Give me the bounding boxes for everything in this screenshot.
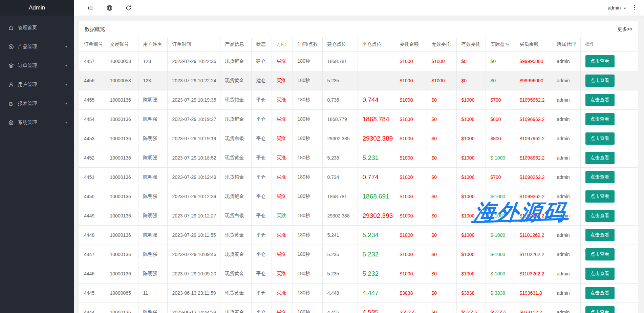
cell-agent: admin [552,52,580,71]
cell-balance: $1101262.2 [515,226,552,245]
cell-invalid-amount: $1000 [427,71,456,90]
cell-amount: $1000 [395,90,427,110]
column-header: 委托金额 [395,37,427,52]
sidebar-item-home[interactable]: 管理首页 [0,18,74,37]
cell-amount: $1000 [395,129,427,148]
cell-direction: 买涨 [272,52,293,71]
cell-user-name: 陈明强 [138,110,167,129]
cell-order-id: 4454 [79,110,105,129]
globe-icon[interactable] [106,4,113,12]
cell-order-id: 4450 [79,187,105,206]
cell-open-price: 29302.385 [322,129,358,148]
cell-valid-amount: $1000 [456,168,486,187]
cell-close-price: 5.231 [358,148,395,168]
cell-amount: $1000 [395,52,427,71]
column-header: 产品信息 [220,37,251,52]
cell-profit: $-1000 [486,264,515,284]
cell-product: 现货黄金 [220,303,251,313]
cell-user-name: 陈明强 [138,187,167,206]
cell-account: 10000053 [105,71,138,90]
cell-profit: $-1000 [486,226,515,245]
cell-valid-amount: $0 [456,52,486,71]
cell-balance: $99995000 [515,52,552,71]
cell-valid-amount: $1000 [456,129,486,148]
cell-invalid-amount: $0 [427,90,456,110]
view-details-button[interactable]: 点击查看 [585,55,615,67]
cell-open-price: 0.734 [322,168,358,187]
cell-direction: 买涨 [272,90,293,110]
cell-amount: $1000 [395,226,427,245]
view-details-button[interactable]: 点击查看 [585,210,615,222]
column-header: 平仓点位 [358,37,395,52]
collapse-sidebar-icon[interactable] [87,4,94,12]
cell-invalid-amount: $0 [427,264,456,284]
cell-valid-amount: $1000 [456,264,486,284]
view-details-button[interactable]: 点击查看 [585,306,615,313]
cell-valid-amount: $3838 [456,284,486,303]
chevron-down-icon: ▼ [65,121,68,124]
cell-account: 10000136 [105,110,138,129]
view-details-button[interactable]: 点击查看 [585,94,615,106]
cell-action: 点击查看 [580,245,638,264]
cell-profit: $0 [486,52,515,71]
cell-profit: $-3838 [486,284,515,303]
kebab-menu-icon[interactable]: ⋮ [631,0,638,16]
cell-balance: $1098962.2 [515,148,552,168]
column-header: 交易账号 [105,37,138,52]
column-header: 订单时间 [167,37,220,52]
cell-agent: admin [552,71,580,90]
cell-direction: 买涨 [272,110,293,129]
view-details-button[interactable]: 点击查看 [585,268,615,280]
cell-amount: $1000 [395,110,427,129]
view-details-button[interactable]: 点击查看 [585,171,615,183]
cell-open-price: 5.241 [322,226,358,245]
cell-order-id: 4451 [79,168,105,187]
sidebar-item-reports[interactable]: B 报表管理 ▼ [0,94,74,113]
cell-account: 10000053 [105,52,138,71]
cell-status: 建仓 [251,52,272,71]
refresh-icon[interactable] [125,4,132,12]
view-details-button[interactable]: 点击查看 [585,229,615,241]
view-details-button[interactable]: 点击查看 [585,287,615,299]
sidebar-item-system[interactable]: 系统管理 ▼ [0,113,74,132]
cell-amount: $1000 [395,206,427,226]
cell-action: 点击查看 [580,303,638,313]
cell-user-name: 陈明强 [138,206,167,226]
data-overview-card: 数据概览 更多>> 订单编号交易账号用户姓名订单时间产品信息状态方向时间/点数建… [79,21,638,313]
cell-order-id: 4447 [79,245,105,264]
cell-duration: 180秒 [293,284,322,303]
more-link[interactable]: 更多>> [618,21,632,37]
cell-order-time: 2023-07-29 10:19:27 [167,110,220,129]
view-details-button[interactable]: 点击查看 [585,248,615,260]
cell-invalid-amount: $0 [427,226,456,245]
cell-action: 点击查看 [580,110,638,129]
cell-account: 10000136 [105,264,138,284]
sidebar-item-label: 产品管理 [18,44,37,50]
cell-status: 平仓 [251,129,272,148]
view-details-button[interactable]: 点击查看 [585,152,615,164]
sidebar-item-orders[interactable]: 订单管理 ▼ [0,56,74,75]
view-details-button[interactable]: 点击查看 [585,132,615,145]
cell-close-price: 4.535 [358,303,395,313]
sidebar-item-products[interactable]: 产品管理 ▼ [0,37,74,56]
cell-invalid-amount: $0 [427,110,456,129]
cell-balance: $1103262.2 [515,264,552,284]
cell-agent: admin [552,303,580,313]
view-details-button[interactable]: 点击查看 [585,190,615,203]
dollar-circle-icon [8,44,14,50]
cell-action: 点击查看 [580,206,638,226]
sidebar-item-users[interactable]: 用户管理 ▼ [0,75,74,94]
cell-invalid-amount: $0 [427,129,456,148]
cell-product: 现货黄金 [220,71,251,90]
cell-status: 平仓 [251,90,272,110]
cell-open-price: 1868.781 [322,52,358,71]
cell-agent: admin [552,226,580,245]
cell-status: 平仓 [251,226,272,245]
cell-direction: 买跌 [272,206,293,226]
cell-direction: 买涨 [272,71,293,90]
view-details-button[interactable]: 点击查看 [585,113,615,125]
view-details-button[interactable]: 点击查看 [585,75,615,87]
cell-open-price: 4.455 [322,303,358,313]
cell-status: 平仓 [251,110,272,129]
user-menu[interactable]: admin ▼ [608,0,626,16]
